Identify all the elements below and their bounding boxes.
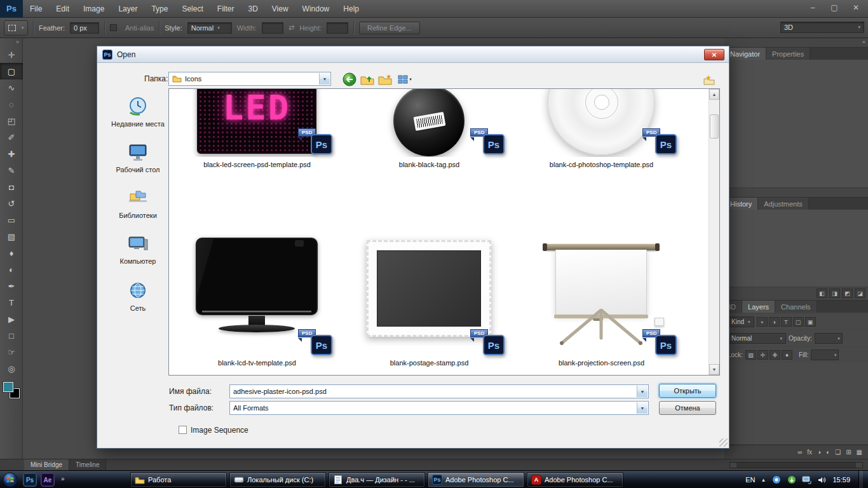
place-computer[interactable]: Компьютер [110,234,166,266]
menu-view[interactable]: View [265,0,295,18]
menu-filter[interactable]: Filter [210,0,241,18]
hand-tool-icon[interactable]: ☞ [0,344,23,360]
layer-group-icon[interactable]: ❏ [835,449,841,456]
eraser-tool-icon[interactable]: ▭ [0,212,23,228]
show-desktop-button[interactable] [858,471,863,488]
type-tool-icon[interactable]: T [0,294,23,311]
file-item[interactable]: PSD Ps blank-cd-photoshop-template.psd [530,89,673,172]
collapse-panels-icon[interactable]: « [862,39,865,45]
filetype-dropdown[interactable]: All Formats ▼ [229,401,649,415]
toolbar-collapse-icon[interactable]: » [0,38,22,46]
filter-adjustment-layers-icon[interactable]: ◑ [769,317,780,327]
tool-preset-icon[interactable]: ▾ [4,20,28,36]
filename-dropdown-arrow-icon[interactable]: ▼ [637,386,648,397]
file-item[interactable]: PSD Ps blank-lcd-tv-template.psd [186,227,329,374]
filter-shape-layers-icon[interactable]: ▢ [793,317,804,327]
history-brush-tool-icon[interactable]: ↺ [0,195,23,212]
tab-properties[interactable]: Properties [766,48,810,60]
open-button[interactable]: Открыть [659,384,716,398]
lock-position-icon[interactable]: ✙ [770,350,780,360]
filename-input[interactable]: adhesive-plaster-icon-psd.psd ▼ [229,384,649,398]
refine-edge-button[interactable]: Refine Edge... [359,22,420,34]
place-libraries[interactable]: Библиотеки [110,187,166,220]
menu-layer[interactable]: Layer [111,0,144,18]
zoom-tool-icon[interactable]: ◎ [0,360,23,377]
panel-dock-icon-1[interactable]: ◧ [817,288,827,298]
volume-icon[interactable] [817,475,827,485]
shape-tool-icon[interactable]: □ [0,327,23,344]
pen-tool-icon[interactable]: ✒ [0,278,23,294]
cancel-button[interactable]: Отмена [659,401,716,415]
views-menu-button[interactable]: ▾ [395,72,415,87]
filter-type-layers-icon[interactable]: T [781,317,792,327]
new-folder-button[interactable]: ✶ [377,72,393,87]
taskbar-button-disk[interactable]: Локальный диск (C:) [229,472,326,487]
tab-timeline[interactable]: Timeline [69,459,106,471]
file-item[interactable]: PSD Ps blank-projection-screen.psd [530,227,673,374]
favorites-icon[interactable]: ★ [701,72,717,87]
width-input[interactable] [262,22,283,34]
crop-tool-icon[interactable]: ◰ [0,112,23,129]
menu-image[interactable]: Image [76,0,111,18]
tab-navigator[interactable]: Navigator [724,48,766,60]
menu-type[interactable]: Type [144,0,175,18]
blur-tool-icon[interactable]: ♦ [0,245,23,261]
lock-all-icon[interactable]: ● [782,350,792,360]
menu-3d[interactable]: 3D [241,0,264,18]
place-recent[interactable]: Недавние места [110,96,166,128]
menu-help[interactable]: Help [336,0,366,18]
gradient-tool-icon[interactable]: ▧ [0,228,23,245]
up-one-level-button[interactable] [359,72,376,87]
file-item[interactable]: PSD Ps blank-postage-stamp.psd [358,227,501,374]
tab-channels[interactable]: Channels [775,301,817,313]
path-selection-tool-icon[interactable]: ▶ [0,311,23,327]
dialog-titlebar[interactable]: Ps Open ✕ [97,46,729,63]
swap-dimensions-icon[interactable]: ⇄ [288,24,294,32]
quick-launch-aftereffects-icon[interactable]: Ae [41,473,55,487]
panel-dock-icon-4[interactable]: ◪ [855,288,865,298]
scroll-down-icon[interactable]: ▼ [709,364,719,375]
close-icon[interactable]: ✕ [850,3,862,12]
healing-brush-tool-icon[interactable]: ✚ [0,146,23,162]
feather-input[interactable]: 0 px [70,22,99,34]
dialog-close-icon[interactable]: ✕ [704,49,724,60]
menu-window[interactable]: Window [295,0,337,18]
menu-file[interactable]: File [23,0,49,18]
height-input[interactable] [327,22,348,34]
quick-launch-photoshop-icon[interactable]: Ps [23,473,37,487]
language-indicator[interactable]: EN [745,476,755,484]
anti-alias-checkbox[interactable] [110,24,117,31]
network-icon[interactable] [802,475,811,485]
update-icon[interactable] [787,475,796,485]
lasso-tool-icon[interactable]: ∿ [0,79,23,96]
fill-input[interactable]: ▾ [811,349,839,360]
folder-dropdown[interactable]: Icons ▼ [168,72,331,86]
scroll-up-icon[interactable]: ▲ [709,89,719,100]
new-layer-icon[interactable]: ⊞ [846,449,851,456]
layer-mask-icon[interactable]: ◑ [817,449,821,456]
back-button[interactable] [341,72,358,87]
panel-dock-icon-3[interactable]: ◩ [842,288,853,298]
file-list-scrollbar[interactable]: ▲ ▼ [709,89,719,375]
eyedropper-tool-icon[interactable]: ✐ [0,129,23,146]
brush-tool-icon[interactable]: ✎ [0,162,23,179]
minimize-icon[interactable]: – [807,3,818,12]
filter-smart-objects-icon[interactable]: ▣ [805,317,816,327]
lock-pixels-icon[interactable]: ✛ [757,350,768,360]
taskbar-button-photoshop[interactable]: Ps Adobe Photoshop C... [428,472,524,487]
delete-layer-icon[interactable]: ▦ [857,449,862,456]
adjustment-layer-icon[interactable]: ◐ [826,449,830,456]
lock-transparency-icon[interactable]: ▨ [745,350,756,360]
taskbar-button-browser[interactable]: Два.ч — Дизайн - - ... [329,472,425,487]
dodge-tool-icon[interactable]: ◐ [0,261,23,278]
resize-grip[interactable] [719,438,728,447]
style-dropdown[interactable]: Normal▾ [187,22,232,34]
restore-icon[interactable]: ▢ [829,3,840,12]
place-desktop[interactable]: Рабочий стол [110,143,166,174]
taskbar-button-adobe[interactable]: A Adobe Photoshop C... [527,472,623,487]
move-tool-icon[interactable]: ✛ [0,46,23,63]
foreground-swatch[interactable] [3,382,13,392]
clone-stamp-tool-icon[interactable]: ◘ [0,179,23,195]
taskbar-overflow-icon[interactable]: » [61,475,65,482]
layer-effects-icon[interactable]: fx [807,449,812,456]
